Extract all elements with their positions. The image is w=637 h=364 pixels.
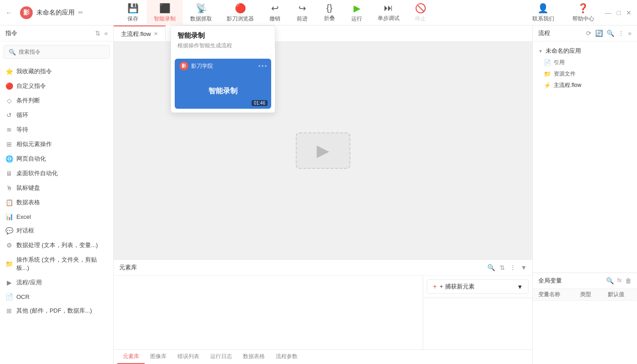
variables-table: 变量名称 类型 默认值 bbox=[533, 289, 637, 301]
sidebar-item-flow-app[interactable]: ▶ 流程/应用 bbox=[0, 275, 113, 290]
bottom-content: + + 捕获新元素 ▼ bbox=[114, 276, 532, 349]
var-trash-icon[interactable]: 🗑 bbox=[625, 277, 632, 284]
main-layout: 指令 ⇅ « 🔍 ⭐ 我收藏的指令 🔴 自定义指令 + 获取指令 ◇ 条件判断 bbox=[0, 25, 637, 364]
toolbar-data-capture[interactable]: 📡 数据抓取 bbox=[183, 0, 219, 25]
bottom-right: + + 捕获新元素 ▼ bbox=[423, 276, 532, 349]
bottom-title: 元素库 bbox=[119, 263, 137, 272]
right-variables-header: 全局变量 🔍 fx 🗑 bbox=[533, 273, 637, 289]
window-controls: — □ ✕ bbox=[605, 9, 632, 16]
right-flow-header: 流程 ⟳ 🔄 🔍 ⋮ » bbox=[533, 25, 637, 41]
sidebar-item-web[interactable]: 🌐 网页自动化 bbox=[0, 152, 113, 166]
bottom-more-icon[interactable]: ⋮ bbox=[510, 264, 516, 271]
sidebar-item-favorites[interactable]: ⭐ 我收藏的指令 bbox=[0, 64, 113, 79]
sidebar-item-ocr[interactable]: 📄 OCR bbox=[0, 290, 113, 303]
right-icon-2[interactable]: 🔄 bbox=[595, 30, 603, 37]
win-maximize[interactable]: □ bbox=[617, 9, 621, 16]
sidebar-item-similar[interactable]: ⊞ 相似元素操作 bbox=[0, 137, 113, 152]
help-button[interactable]: ❓ 帮助中心 bbox=[565, 0, 602, 25]
capture-new-element-button[interactable]: + + 捕获新元素 ▼ bbox=[427, 279, 529, 294]
flow-app-icon: ▶ bbox=[5, 279, 13, 286]
back-button[interactable]: ← bbox=[5, 9, 13, 17]
right-variables-title: 全局变量 bbox=[538, 277, 562, 285]
tab-label: 主流程.flow bbox=[121, 30, 151, 38]
toolbar-undo[interactable]: ↩ 撤销 bbox=[261, 0, 288, 25]
contact-button[interactable]: 👤 联系我们 bbox=[525, 0, 561, 25]
popup-video[interactable]: 影 影刀学院 智能录制 01:46 bbox=[175, 59, 271, 109]
sidebar-item-condition[interactable]: ◇ 条件判断 bbox=[0, 93, 113, 108]
sidebar-item-wait[interactable]: ≋ 等待 bbox=[0, 122, 113, 137]
right-more-icon[interactable]: ⋮ bbox=[618, 30, 624, 37]
browser-icon: 🔴 bbox=[235, 3, 246, 14]
contact-icon: 👤 bbox=[537, 3, 549, 14]
sidebar-item-os[interactable]: 📁 操作系统 (文件，文件夹，剪贴板...) bbox=[0, 253, 113, 275]
mouse-icon: 🖱 bbox=[5, 184, 13, 192]
bottom-tab-data-table[interactable]: 数据表格 bbox=[238, 350, 270, 364]
help-icon: ❓ bbox=[577, 3, 589, 14]
sidebar-item-mouse[interactable]: 🖱 鼠标键盘 bbox=[0, 181, 113, 195]
sidebar-item-dialog[interactable]: 💬 对话框 bbox=[0, 223, 113, 238]
sidebar-item-loop[interactable]: ↺ 循环 bbox=[0, 108, 113, 122]
sidebar-list: ⭐ 我收藏的指令 🔴 自定义指令 + 获取指令 ◇ 条件判断 ↺ 循环 ≋ 等待 bbox=[0, 62, 113, 364]
bottom-search-icon[interactable]: 🔍 bbox=[487, 264, 495, 271]
bottom-tab-images[interactable]: 图像库 bbox=[145, 350, 172, 364]
excel-icon: 📊 bbox=[5, 213, 13, 220]
flow-tree-item-reference[interactable]: 📄 引用 bbox=[533, 57, 637, 68]
sidebar-item-custom[interactable]: 🔴 自定义指令 + 获取指令 bbox=[0, 79, 113, 93]
toolbar-smart-record[interactable]: ⬛ 智能录制 bbox=[147, 0, 183, 25]
wait-icon: ≋ bbox=[5, 126, 13, 133]
sidebar-collapse-icon[interactable]: « bbox=[104, 30, 108, 37]
win-close[interactable]: ✕ bbox=[626, 9, 632, 16]
sidebar-item-desktop[interactable]: 🖥 桌面软件自动化 bbox=[0, 166, 113, 181]
desktop-icon: 🖥 bbox=[5, 170, 13, 177]
bottom-tab-run-log[interactable]: 运行日志 bbox=[205, 350, 238, 364]
sidebar-item-other[interactable]: ⊞ 其他 (邮件，PDF，数据库...) bbox=[0, 303, 113, 318]
bottom-collapse-icon[interactable]: ▼ bbox=[521, 264, 527, 271]
sidebar-title: 指令 bbox=[5, 29, 17, 37]
toolbar-stop[interactable]: 🚫 停止 bbox=[407, 0, 434, 25]
run-icon: ▶ bbox=[354, 3, 360, 14]
flow-tree-item-main-flow[interactable]: ⚡ 主流程.flow bbox=[533, 80, 637, 91]
right-icon-1[interactable]: ⟳ bbox=[586, 30, 592, 37]
sidebar-item-excel[interactable]: 📊 Excel bbox=[0, 210, 113, 223]
toolbar-fold[interactable]: {} 折叠 bbox=[316, 0, 343, 25]
toolbar-save[interactable]: 💾 保存 bbox=[119, 0, 147, 25]
popup-video-time: 01:46 bbox=[252, 100, 268, 106]
tree-item-label: 引用 bbox=[554, 59, 565, 66]
loop-icon: ↺ bbox=[5, 111, 13, 119]
play-placeholder-icon: ▶ bbox=[317, 141, 329, 160]
right-expand-icon[interactable]: » bbox=[628, 30, 632, 37]
var-fx-icon[interactable]: fx bbox=[617, 277, 622, 284]
bottom-tab-flow-params[interactable]: 流程参数 bbox=[270, 350, 303, 364]
tab-close-icon[interactable]: ✕ bbox=[154, 31, 158, 37]
toolbar-run[interactable]: ▶ 运行 bbox=[343, 0, 370, 25]
sidebar-item-data-process[interactable]: ⚙ 数据处理 (文本，列表，变量...) bbox=[0, 238, 113, 253]
toolbar-browser[interactable]: 🔴 影刀浏览器 bbox=[219, 0, 261, 25]
save-icon: 💾 bbox=[127, 3, 139, 14]
toolbar-step-debug[interactable]: ⏭ 单步调试 bbox=[370, 0, 407, 25]
right-variables-icons: 🔍 fx 🗑 bbox=[606, 277, 632, 284]
right-header-icons: ⟳ 🔄 🔍 ⋮ » bbox=[586, 30, 632, 37]
bottom-tab-elements[interactable]: 元素库 bbox=[117, 350, 145, 364]
right-search-icon[interactable]: 🔍 bbox=[607, 30, 614, 37]
sidebar-item-data-table[interactable]: 📋 数据表格 bbox=[0, 195, 113, 210]
flow-tree-item-resources[interactable]: 📁 资源文件 bbox=[533, 68, 637, 80]
edit-title-icon[interactable]: ✏ bbox=[78, 9, 83, 16]
title-bar-left: ← 影 未命名的应用 ✏ bbox=[5, 6, 119, 19]
resources-icon: 📁 bbox=[544, 71, 551, 77]
popup-subtitle: 根据操作智能生成流程 bbox=[177, 42, 268, 53]
dialog-icon: 💬 bbox=[5, 227, 13, 234]
win-minimize[interactable]: — bbox=[605, 9, 612, 16]
undo-icon: ↩ bbox=[271, 3, 279, 14]
tab-main-flow[interactable]: 主流程.flow ✕ bbox=[114, 25, 166, 41]
sidebar-sort-icon[interactable]: ⇅ bbox=[95, 30, 101, 37]
toolbar-redo[interactable]: ↪ 前进 bbox=[288, 0, 316, 25]
var-search-icon[interactable]: 🔍 bbox=[606, 277, 614, 284]
sidebar-item-label: 等待 bbox=[16, 126, 28, 134]
bottom-sort-icon[interactable]: ⇅ bbox=[500, 264, 505, 271]
flow-tree-root[interactable]: ▼ 未命名的应用 bbox=[533, 45, 637, 57]
search-input[interactable] bbox=[19, 49, 105, 55]
right-panel-bottom: 全局变量 🔍 fx 🗑 变量名称 类型 默认值 bbox=[533, 273, 637, 364]
right-flow-title: 流程 bbox=[538, 29, 550, 37]
capture-dropdown-arrow[interactable]: ▼ bbox=[517, 283, 523, 290]
bottom-tab-errors[interactable]: 错误列表 bbox=[172, 350, 205, 364]
